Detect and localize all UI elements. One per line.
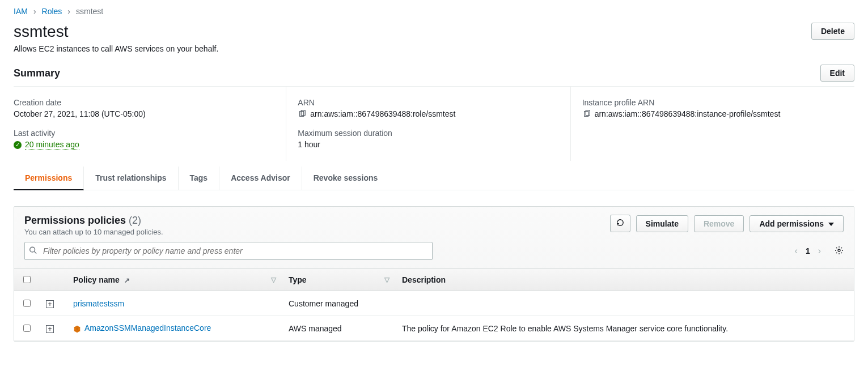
- policy-name-link[interactable]: AmazonSSMManagedInstanceCore: [84, 323, 211, 332]
- policy-type: AWS managed: [282, 316, 395, 341]
- tab-tags[interactable]: Tags: [179, 167, 220, 190]
- tab-trust-relationships[interactable]: Trust relationships: [84, 167, 178, 190]
- chevron-right-icon: ›: [67, 7, 70, 16]
- row-checkbox[interactable]: [23, 325, 31, 332]
- tabs: Permissions Trust relationships Tags Acc…: [14, 167, 854, 190]
- expand-icon[interactable]: +: [46, 300, 54, 308]
- page-description: Allows EC2 instances to call AWS service…: [14, 44, 218, 53]
- page-prev-button[interactable]: ‹: [795, 246, 798, 256]
- svg-line-5: [35, 251, 37, 254]
- policy-type: Customer managed: [282, 291, 395, 316]
- breadcrumb: IAM › Roles › ssmtest: [14, 7, 854, 16]
- edit-button[interactable]: Edit: [820, 65, 854, 82]
- svg-point-6: [838, 249, 840, 251]
- creation-date-label: Creation date: [14, 98, 280, 107]
- max-session-label: Maximum session duration: [298, 129, 564, 138]
- max-session-value: 1 hour: [298, 140, 564, 149]
- col-description: Description: [402, 275, 446, 284]
- add-permissions-button[interactable]: Add permissions: [750, 215, 844, 232]
- delete-button[interactable]: Delete: [811, 23, 854, 40]
- tab-access-advisor[interactable]: Access Advisor: [219, 167, 302, 190]
- simulate-button[interactable]: Simulate: [636, 215, 688, 232]
- chevron-right-icon: ›: [33, 7, 36, 16]
- policy-description: [395, 291, 854, 316]
- page-title: ssmtest: [14, 23, 218, 41]
- page-number: 1: [806, 246, 810, 255]
- tab-permissions[interactable]: Permissions: [14, 167, 84, 190]
- page-next-button[interactable]: ›: [818, 246, 821, 256]
- panel-subtitle: You can attach up to 10 managed policies…: [24, 228, 163, 236]
- breadcrumb-roles[interactable]: Roles: [42, 7, 62, 16]
- summary-heading: Summary: [14, 67, 60, 79]
- search-icon: [29, 246, 37, 256]
- copy-icon[interactable]: [582, 109, 591, 118]
- instance-profile-label: Instance profile ARN: [582, 98, 849, 107]
- select-all-checkbox[interactable]: [23, 276, 31, 283]
- copy-icon[interactable]: [298, 109, 307, 118]
- breadcrumb-iam[interactable]: IAM: [14, 7, 28, 16]
- external-link-icon: ↗: [124, 276, 130, 284]
- arn-value: arn:aws:iam::867498639488:role/ssmtest: [310, 109, 455, 118]
- check-circle-icon: ✓: [14, 141, 22, 149]
- col-type[interactable]: Type: [289, 275, 307, 284]
- arn-label: ARN: [298, 98, 564, 107]
- row-checkbox[interactable]: [23, 300, 31, 307]
- table-row: +AmazonSSMManagedInstanceCoreAWS managed…: [14, 316, 854, 341]
- instance-profile-value: arn:aws:iam::867498639488:instance-profi…: [595, 109, 781, 118]
- table-row: +prismatestssmCustomer managed: [14, 291, 854, 316]
- breadcrumb-current: ssmtest: [76, 7, 103, 16]
- sort-icon[interactable]: ▽: [384, 276, 389, 284]
- gear-icon[interactable]: [835, 246, 844, 257]
- expand-icon[interactable]: +: [46, 325, 54, 333]
- panel-count: (2): [129, 215, 141, 226]
- panel-title: Permissions policies: [24, 215, 126, 226]
- col-policy-name[interactable]: Policy name: [73, 275, 120, 284]
- policy-description: The policy for Amazon EC2 Role to enable…: [395, 316, 854, 341]
- policy-filter-input[interactable]: [24, 242, 433, 260]
- svg-point-4: [30, 247, 35, 252]
- policy-name-link[interactable]: prismatestssm: [73, 299, 124, 308]
- last-activity-value[interactable]: 20 minutes ago: [25, 140, 79, 150]
- aws-managed-policy-icon: [73, 325, 81, 333]
- tab-revoke-sessions[interactable]: Revoke sessions: [302, 167, 389, 190]
- last-activity-label: Last activity: [14, 129, 280, 138]
- sort-icon[interactable]: ▽: [271, 276, 276, 284]
- remove-button[interactable]: Remove: [694, 215, 744, 232]
- refresh-button[interactable]: [610, 215, 630, 232]
- creation-date-value: October 27, 2021, 11:08 (UTC-05:00): [14, 109, 280, 118]
